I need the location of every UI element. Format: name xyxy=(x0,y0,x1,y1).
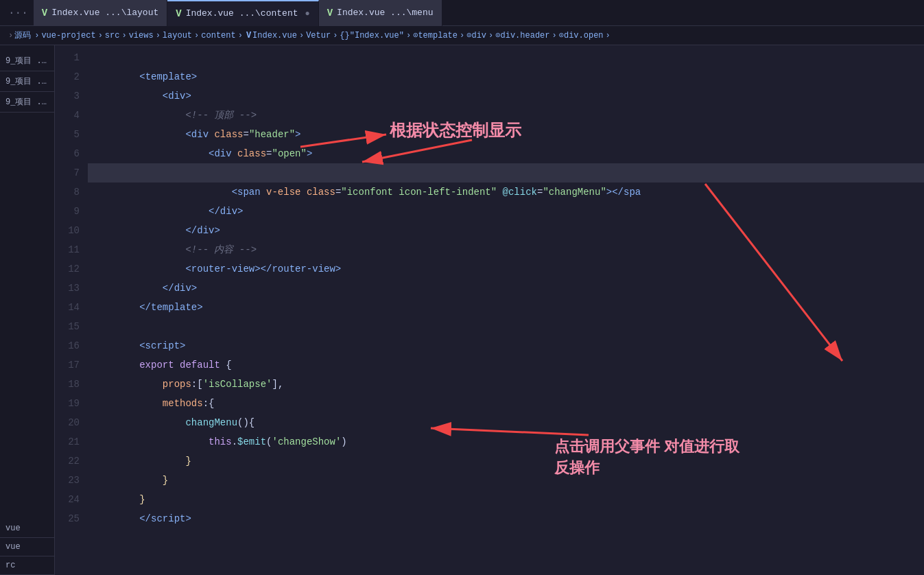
code-line-16: export default { xyxy=(88,336,924,355)
sidebar-bottom-label-2: vue xyxy=(5,542,21,552)
ln-22: 22 xyxy=(55,451,80,471)
sidebar-item-bottom-3[interactable]: rc xyxy=(0,556,54,575)
code-line-22: } xyxy=(88,451,924,471)
bc-sep-5: › xyxy=(194,31,199,40)
bc-sep-12: › xyxy=(552,31,557,40)
code-line-8: </div> xyxy=(88,183,924,202)
ln-25: 25 xyxy=(55,509,80,528)
ln-5: 5 xyxy=(55,125,80,144)
bc-sep-4: › xyxy=(156,31,161,40)
bc-sep-2: › xyxy=(98,31,103,40)
ln-24: 24 xyxy=(55,490,80,509)
bc-sep-3: › xyxy=(121,31,126,40)
ln-10: 10 xyxy=(55,221,80,240)
code-line-7: <span v-else class="iconfont icon-left-i… xyxy=(88,163,924,183)
bc-layout[interactable]: layout xyxy=(163,31,192,40)
tab-label-1: Index.vue ...\layout xyxy=(51,8,158,18)
code-line-20: this.$emit('changeShow') xyxy=(88,413,924,432)
bc-sep-10: › xyxy=(460,31,464,40)
tab-overflow[interactable]: ··· xyxy=(3,7,34,19)
code-line-18: methods:{ xyxy=(88,375,924,394)
bc-braces-icon: {} xyxy=(340,31,349,40)
bc-divheader: div.header xyxy=(501,31,550,40)
bc-divheader-icon: ⊙ xyxy=(495,30,500,40)
code-line-1: <template> xyxy=(88,48,924,67)
code-line-23: } xyxy=(88,471,924,490)
ln-3: 3 xyxy=(55,86,80,106)
code-content-area[interactable]: <template> <div> <!-- 顶部 --> <div class=… xyxy=(88,45,924,575)
ln-11: 11 xyxy=(55,240,80,259)
ln-7: 7 xyxy=(55,163,80,183)
bc-div: div xyxy=(471,31,486,40)
bc-vetur: Vetur xyxy=(306,31,331,40)
code-editor[interactable]: 1 2 3 4 5 6 7 8 9 10 11 12 13 14 15 16 1… xyxy=(55,45,924,575)
ln-21: 21 xyxy=(55,432,80,451)
code-line-19: changMenu(){ xyxy=(88,394,924,413)
ln-20: 20 xyxy=(55,413,80,432)
sidebar-item-bottom-2[interactable]: vue xyxy=(0,538,54,556)
code-line-2: <div> xyxy=(88,67,924,86)
ln-18: 18 xyxy=(55,375,80,394)
tab-dot-2: ● xyxy=(305,9,309,19)
bc-sep-1: › xyxy=(34,31,39,40)
bc-sep-8: › xyxy=(333,31,337,40)
bc-div-icon: ⊙ xyxy=(466,30,471,40)
code-line-25 xyxy=(88,509,924,528)
sidebar-label-2: 9_项目 ... xyxy=(5,77,51,86)
code-line-17: props:['isCollapse'], xyxy=(88,355,924,375)
ln-16: 16 xyxy=(55,336,80,355)
bc-content[interactable]: content xyxy=(201,31,235,40)
bc-template: template xyxy=(418,31,458,40)
ln-17: 17 xyxy=(55,355,80,375)
tab-label-2: Index.vue ...\content xyxy=(186,8,298,19)
code-line-13: </template> xyxy=(88,279,924,298)
tab-bar: ··· V Index.vue ...\layout V Index.vue .… xyxy=(0,0,924,26)
sidebar-item-2[interactable]: 9_项目 ... xyxy=(0,71,54,92)
vue-icon-1: V xyxy=(42,8,47,19)
sidebar-item-3[interactable]: 9_项目 ... xyxy=(0,92,54,113)
sidebar-bottom-label-3: rc xyxy=(5,561,15,570)
ln-2: 2 xyxy=(55,67,80,86)
breadcrumb-bar: › 源码 › vue-project › src › views › layou… xyxy=(0,26,924,45)
vue-file-icon: V xyxy=(246,31,251,40)
code-line-9: </div> xyxy=(88,202,924,221)
vue-icon-3: V xyxy=(327,8,333,19)
bc-sep-13: › xyxy=(606,31,611,40)
main-layout: 9_项目 ... 9_项目 ... 9_项目 ... vue vue rc 1 … xyxy=(0,45,924,575)
code-line-11: <router-view></router-view> xyxy=(88,240,924,259)
ln-23: 23 xyxy=(55,471,80,490)
bc-index-vue[interactable]: Index.vue xyxy=(252,31,297,40)
ln-14: 14 xyxy=(55,298,80,317)
code-line-12: </div> xyxy=(88,259,924,279)
bc-project[interactable]: vue-project xyxy=(41,31,95,40)
bc-template-icon: ⊙ xyxy=(413,30,418,40)
ln-9: 9 xyxy=(55,202,80,221)
ln-15: 15 xyxy=(55,317,80,336)
ln-6: 6 xyxy=(55,144,80,163)
code-line-15: <script> xyxy=(88,317,924,336)
ln-13: 13 xyxy=(55,279,80,298)
tab-content[interactable]: V Index.vue ...\content ● xyxy=(167,0,318,26)
tab-menu[interactable]: V Index.vue ...\menu xyxy=(319,0,442,26)
sidebar: 9_项目 ... 9_项目 ... 9_项目 ... vue vue rc xyxy=(0,45,55,575)
tab-layout[interactable]: V Index.vue ...\layout xyxy=(34,0,167,26)
code-line-4: <div class="header"> xyxy=(88,106,924,125)
sidebar-item-1[interactable]: 9_项目 ... xyxy=(0,51,54,71)
bc-src[interactable]: 源码 xyxy=(14,30,31,41)
code-line-21: } xyxy=(88,432,924,451)
code-line-3: <!-- 顶部 --> xyxy=(88,86,924,106)
tab-label-3: Index.vue ...\menu xyxy=(337,8,433,18)
bc-divopen: div.open xyxy=(564,31,604,40)
vue-icon-2: V xyxy=(176,8,181,19)
bc-arrow: › xyxy=(8,31,13,40)
bc-src-dir[interactable]: src xyxy=(105,31,120,40)
code-line-6: <span v-if="!isCollapse" class="iconfont… xyxy=(88,144,924,163)
ln-8: 8 xyxy=(55,183,80,202)
ln-12: 12 xyxy=(55,259,80,279)
bc-views[interactable]: views xyxy=(129,31,154,40)
bc-sep-11: › xyxy=(488,31,493,40)
bc-sep-7: › xyxy=(299,31,304,40)
bc-sep-9: › xyxy=(406,31,411,40)
sidebar-item-bottom-1[interactable]: vue xyxy=(0,519,54,538)
bc-divopen-icon: ⊙ xyxy=(559,30,564,40)
